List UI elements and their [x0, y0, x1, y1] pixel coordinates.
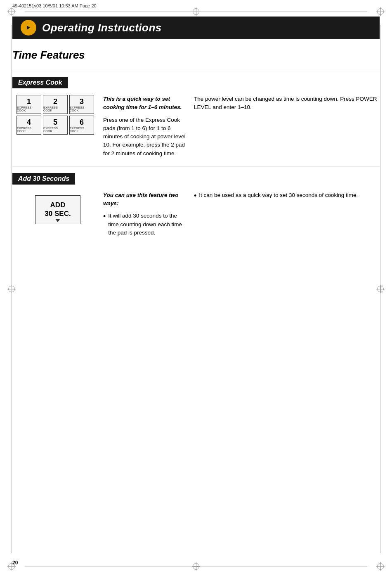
express-cook-text-col1: This is a quick way to set cooking time …	[103, 95, 194, 158]
registration-mark-top-right	[376, 7, 385, 16]
express-cook-key-1: 1 EXPRESS COOK	[17, 95, 41, 114]
add30-text-col2: It can be used as a quick way to set 30 …	[194, 191, 380, 205]
express-cook-body-text: Press one of the Express Cook pads (from…	[103, 116, 187, 158]
express-cook-bold-text: This is a quick way to set cooking time …	[103, 95, 187, 112]
registration-mark-top-center	[192, 7, 200, 16]
express-cook-key-4: 4 EXPRESS COOK	[17, 116, 41, 135]
express-cook-key-5: 5 EXPRESS COOK	[43, 116, 68, 135]
add30-bold-text: You can use this feature two ways:	[103, 191, 187, 208]
add30-button: ADD30 SEC.	[35, 195, 80, 224]
express-cook-power-level-text: The power level can be changed as time i…	[194, 95, 380, 112]
express-cook-key-2: 2 EXPRESS COOK	[43, 95, 68, 114]
add30-triangle-icon	[55, 219, 60, 222]
registration-mark-bottom-center	[192, 562, 200, 571]
header-icon	[21, 20, 36, 36]
express-cook-keypad-area: 1 EXPRESS COOK 2 EXPRESS COOK 3 EXPRESS …	[12, 95, 103, 135]
express-cook-section: Express Cook 1 EXPRESS COOK 2 EXPRESS CO…	[12, 70, 380, 166]
file-info: 49-402151v03 10/5/01 10:53 AM Page 20	[12, 3, 97, 8]
express-cook-content: 1 EXPRESS COOK 2 EXPRESS COOK 3 EXPRESS …	[12, 95, 380, 158]
registration-mark-mid-right	[376, 285, 385, 293]
add30-button-text: ADD30 SEC.	[45, 201, 71, 218]
registration-mark-bottom-right	[376, 562, 385, 571]
add30-header: Add 30 Seconds	[12, 173, 75, 185]
header-title: Operating Instructions	[42, 21, 162, 34]
express-cook-key-6: 6 EXPRESS COOK	[69, 116, 94, 135]
add30-bullet-1: It will add 30 seconds to the time count…	[103, 212, 187, 237]
registration-mark-mid-left	[7, 285, 16, 293]
add30-text-col1: You can use this feature two ways: It wi…	[103, 191, 194, 240]
add30-bullet-2: It can be used as a quick way to set 30 …	[194, 191, 380, 201]
add30-content: ADD30 SEC. You can use this feature two …	[12, 191, 380, 240]
express-cook-header: Express Cook	[12, 77, 68, 88]
add30-bullet-list: It will add 30 seconds to the time count…	[103, 212, 187, 237]
page-title: Time Features	[12, 49, 380, 62]
express-cook-key-3: 3 EXPRESS COOK	[69, 95, 94, 114]
add30-button-area: ADD30 SEC.	[12, 191, 103, 224]
add30-bullet-list-2: It can be used as a quick way to set 30 …	[194, 191, 380, 201]
registration-mark-top-left	[7, 7, 16, 16]
express-cook-text-col2: The power level can be changed as time i…	[194, 95, 380, 112]
page-number: 20	[12, 560, 18, 566]
add30-section: Add 30 Seconds ADD30 SEC. You can use th…	[12, 166, 380, 249]
header-bar: Operating Instructions	[12, 17, 380, 39]
express-cook-keypad-grid: 1 EXPRESS COOK 2 EXPRESS COOK 3 EXPRESS …	[17, 95, 103, 135]
